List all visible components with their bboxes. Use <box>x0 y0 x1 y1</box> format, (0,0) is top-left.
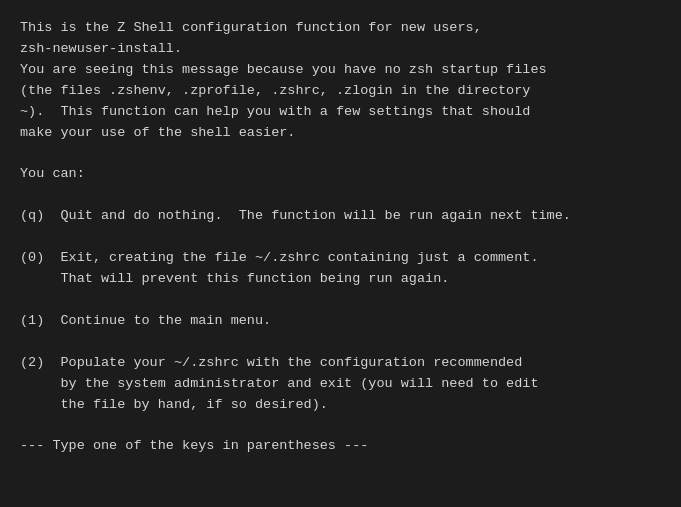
terminal-line: (0) Exit, creating the file ~/.zshrc con… <box>20 248 661 269</box>
terminal-line: (2) Populate your ~/.zshrc with the conf… <box>20 353 661 374</box>
terminal-line: (the files .zshenv, .zprofile, .zshrc, .… <box>20 81 661 102</box>
terminal-line: (1) Continue to the main menu. <box>20 311 661 332</box>
terminal-line: by the system administrator and exit (yo… <box>20 374 661 395</box>
terminal-blank-line <box>20 290 661 311</box>
terminal-blank-line <box>20 332 661 353</box>
terminal-line: make your use of the shell easier. <box>20 123 661 144</box>
terminal-blank-line <box>20 185 661 206</box>
terminal-line: the file by hand, if so desired). <box>20 395 661 416</box>
terminal-blank-line <box>20 227 661 248</box>
terminal-line: zsh-newuser-install. <box>20 39 661 60</box>
terminal-line: That will prevent this function being ru… <box>20 269 661 290</box>
terminal-blank-line <box>20 144 661 165</box>
terminal-line: You can: <box>20 164 661 185</box>
terminal-line: (q) Quit and do nothing. The function wi… <box>20 206 661 227</box>
terminal-line: You are seeing this message because you … <box>20 60 661 81</box>
terminal-blank-line <box>20 416 661 437</box>
terminal-line: This is the Z Shell configuration functi… <box>20 18 661 39</box>
terminal-line: --- Type one of the keys in parentheses … <box>20 436 661 457</box>
terminal-line: ~). This function can help you with a fe… <box>20 102 661 123</box>
terminal-window[interactable]: This is the Z Shell configuration functi… <box>0 0 681 507</box>
